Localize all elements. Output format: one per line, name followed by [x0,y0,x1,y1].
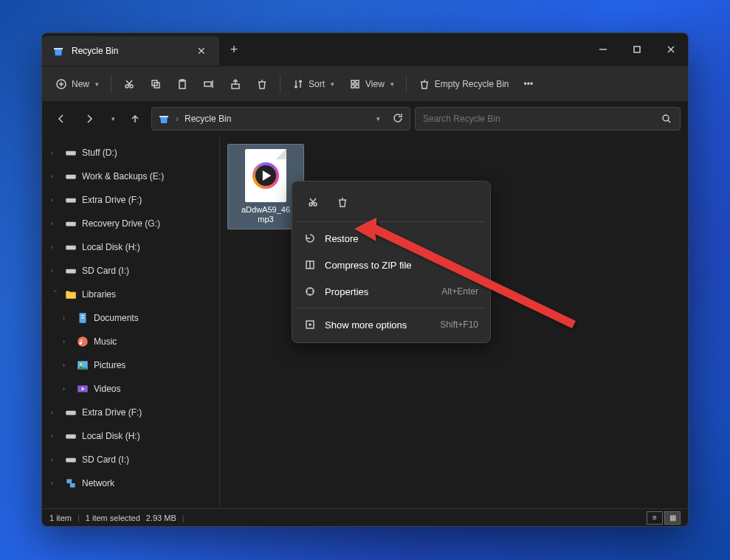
file-name: aDdwA59_46 mp3 [241,205,290,224]
svg-rect-50 [66,479,72,483]
tab-recyclebin[interactable]: Recycle Bin ✕ [42,36,219,66]
toolbar: New▾ Sort▾ View▾ Empty Recycle Bin ••• [42,66,688,101]
svg-point-25 [73,152,75,153]
ctx-properties[interactable]: Properties Alt+Enter [297,278,486,305]
sidebar-item-local-disk-h-[interactable]: ›Local Disk (H:) [42,235,219,259]
svg-point-49 [73,459,75,460]
recyclebin-icon [52,45,64,57]
svg-point-45 [73,412,75,413]
address-bar[interactable]: › Recycle Bin ▾ [151,107,410,131]
minimize-button[interactable] [586,33,620,66]
refresh-button[interactable] [392,112,404,126]
copy-button[interactable] [144,72,168,96]
search-icon [661,113,672,125]
svg-point-29 [73,199,75,201]
svg-rect-18 [351,80,354,83]
new-tab-button[interactable]: + [219,33,249,66]
sidebar-item-stuff-d-[interactable]: ›Stuff (D:) [42,141,219,165]
details-view-button[interactable]: ≡ [647,511,663,525]
properties-icon [304,286,316,297]
tab-close-button[interactable]: ✕ [194,44,209,58]
forward-button[interactable] [78,107,101,131]
showmore-icon [304,319,316,331]
svg-point-41 [80,363,82,365]
up-button[interactable] [123,107,147,131]
svg-rect-15 [204,82,211,86]
search-box[interactable] [415,107,681,131]
close-button[interactable] [654,33,688,66]
sidebar-item-extra-drive-f-[interactable]: ›Extra Drive (F:) [42,401,219,424]
sidebar-item-music[interactable]: ›Music [42,330,219,353]
statusbar: 1 item | 1 item selected 2.93 MB | ≡ ▦ [42,508,688,526]
svg-point-31 [73,223,75,224]
svg-rect-20 [351,85,354,88]
more-button[interactable]: ••• [518,72,540,96]
sidebar-item-pictures[interactable]: ›Pictures [42,353,219,377]
zip-icon [304,259,316,271]
sidebar-item-videos[interactable]: ›Videos [42,377,219,401]
empty-label: Empty Recycle Bin [435,79,509,89]
status-selected: 1 item selected [86,514,140,522]
restore-icon [304,232,316,244]
svg-rect-1 [634,46,640,52]
new-label: New [72,79,89,89]
file-thumbnail [245,149,286,202]
titlebar: Recycle Bin ✕ + [42,33,688,66]
ctx-showmore[interactable]: Show more options Shift+F10 [297,311,486,338]
sidebar-item-libraries[interactable]: ›Libraries [42,283,219,306]
svg-point-47 [73,435,75,437]
ctx-restore[interactable]: Restore [297,225,486,252]
ctx-properties-shortcut: Alt+Enter [441,286,478,297]
new-button[interactable]: New▾ [49,72,105,96]
recyclebin-icon [158,113,170,125]
sidebar-item-work-backups-e-[interactable]: ›Work & Backups (E:) [42,165,219,188]
ctx-delete-button[interactable] [329,189,356,215]
ctx-showmore-shortcut: Shift+F10 [440,319,478,330]
status-items: 1 item [49,514,72,522]
delete-button[interactable] [250,72,274,96]
navigation-row: ▾ › Recycle Bin ▾ [42,101,688,136]
sidebar-item-network[interactable]: ›Network [42,471,219,495]
ctx-compress-label: Compress to ZIP file [325,260,412,271]
sidebar-item-sd-card-i-[interactable]: ›SD Card (I:) [42,448,219,471]
tab-title: Recycle Bin [72,46,187,56]
share-button[interactable] [224,72,247,96]
cut-button[interactable] [117,72,141,96]
ctx-restore-label: Restore [325,233,359,244]
sidebar: ›Stuff (D:)›Work & Backups (E:)›Extra Dr… [42,136,219,508]
sidebar-item-recovery-drive-g-[interactable]: ›Recovery Drive (G:) [42,212,219,235]
ctx-compress[interactable]: Compress to ZIP file [297,252,486,278]
recent-button[interactable]: ▾ [106,107,119,131]
sidebar-item-extra-drive-f-[interactable]: ›Extra Drive (F:) [42,188,219,212]
sort-label: Sort [309,79,325,89]
icons-view-button[interactable]: ▦ [664,511,681,525]
sidebar-item-documents[interactable]: ›Documents [42,306,219,330]
view-label: View [365,79,385,89]
sort-button[interactable]: Sort▾ [286,72,340,96]
svg-rect-21 [356,85,359,88]
svg-point-27 [73,176,75,177]
ctx-cut-button[interactable] [300,189,326,215]
paste-button[interactable] [171,72,194,96]
breadcrumb-location[interactable]: Recycle Bin [185,114,231,124]
svg-rect-51 [70,483,75,488]
context-menu: Restore Compress to ZIP file Properties … [292,181,491,343]
ctx-properties-label: Properties [325,286,368,297]
search-input[interactable] [423,114,661,124]
svg-point-33 [73,246,75,248]
sidebar-item-sd-card-i-[interactable]: ›SD Card (I:) [42,259,219,283]
ctx-showmore-label: Show more options [325,319,407,331]
svg-line-23 [668,120,670,122]
window-controls [586,33,688,66]
empty-recyclebin-button[interactable]: Empty Recycle Bin [413,72,515,96]
back-button[interactable] [49,107,73,131]
sidebar-item-local-disk-h-[interactable]: ›Local Disk (H:) [42,424,219,448]
status-size: 2.93 MB [146,514,176,522]
view-button[interactable]: View▾ [343,72,400,96]
svg-point-22 [663,115,669,121]
maximize-button[interactable] [620,33,654,66]
rename-button[interactable] [197,72,221,96]
svg-rect-19 [356,80,359,83]
svg-point-39 [78,336,88,347]
svg-point-35 [73,270,75,272]
